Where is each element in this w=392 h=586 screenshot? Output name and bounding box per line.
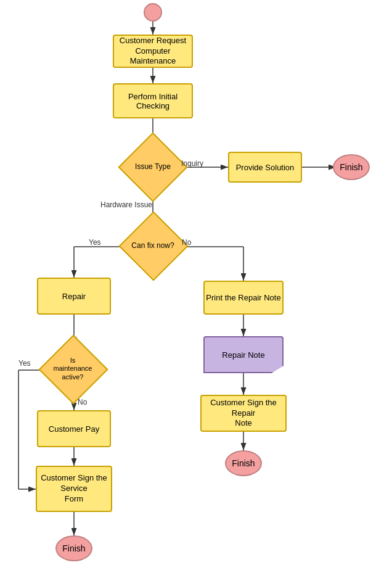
flowchart: Customer Request Computer Maintenance Pe… [0, 0, 392, 586]
finish-top-oval: Finish [333, 154, 370, 180]
repair-note-doc: Repair Note [203, 336, 284, 373]
is-maintenance-diamond: Is maintenance active? [48, 344, 100, 396]
provide-solution-box: Provide Solution [228, 152, 302, 183]
no-maintenance-label: No [78, 398, 87, 406]
perform-initial-box: Perform Initial Checking [113, 83, 193, 118]
finish-bottom-left-oval: Finish [55, 535, 92, 561]
hardware-issue-label: Hardware Issue [100, 200, 152, 209]
inquiry-label: Inquiry [181, 159, 203, 168]
print-repair-note-box: Print the Repair Note [203, 281, 284, 315]
customer-request-box: Customer Request Computer Maintenance [113, 35, 193, 68]
start-circle [144, 3, 162, 22]
customer-pay-box: Customer Pay [37, 410, 111, 447]
issue-type-diamond: Issue Type [128, 142, 178, 192]
yes-maintenance-label: Yes [18, 359, 31, 368]
customer-sign-repair-note-box: Customer Sign the Repair Note [200, 395, 287, 432]
yes-can-fix-label: Yes [89, 238, 101, 247]
finish-bottom-right-oval: Finish [225, 450, 262, 476]
no-can-fix-label: No [182, 238, 191, 247]
repair-box: Repair [37, 278, 111, 315]
can-fix-diamond: Can fix now? [128, 221, 179, 271]
customer-sign-service-box: Customer Sign the Service Form [36, 466, 112, 512]
